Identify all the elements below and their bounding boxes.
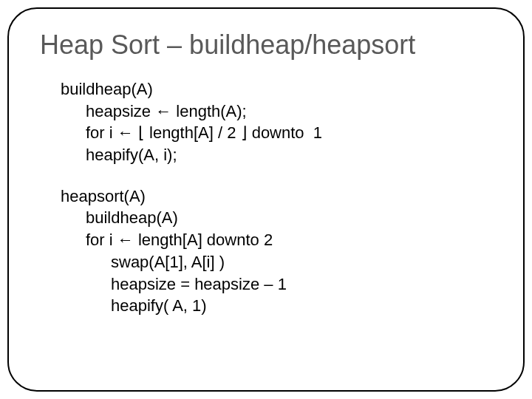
code-line: for i ← length[A] downto 2 (61, 229, 492, 251)
code-line: for i ← ⌊ length[A] / 2 ⌋ downto 1 (61, 122, 492, 144)
code-line: buildheap(A) (61, 207, 492, 229)
code-line: heapsize ← length(A); (61, 100, 492, 123)
code-line: heapsize = heapsize – 1 (61, 273, 492, 296)
code-line: swap(A[1], A[i] ) (61, 251, 492, 273)
heapsort-pseudocode: heapsort(A) buildheap(A) for i ← length[… (61, 185, 492, 317)
code-line: heapsort(A) (61, 185, 492, 208)
code-line: buildheap(A) (61, 78, 492, 100)
code-line: heapify( A, 1) (61, 295, 492, 317)
slide-frame: Heap Sort – buildheap/heapsort buildheap… (7, 7, 525, 392)
code-line: heapify(A, i); (61, 144, 492, 166)
buildheap-pseudocode: buildheap(A) heapsize ← length(A); for i… (61, 78, 492, 166)
slide-title: Heap Sort – buildheap/heapsort (40, 30, 492, 61)
